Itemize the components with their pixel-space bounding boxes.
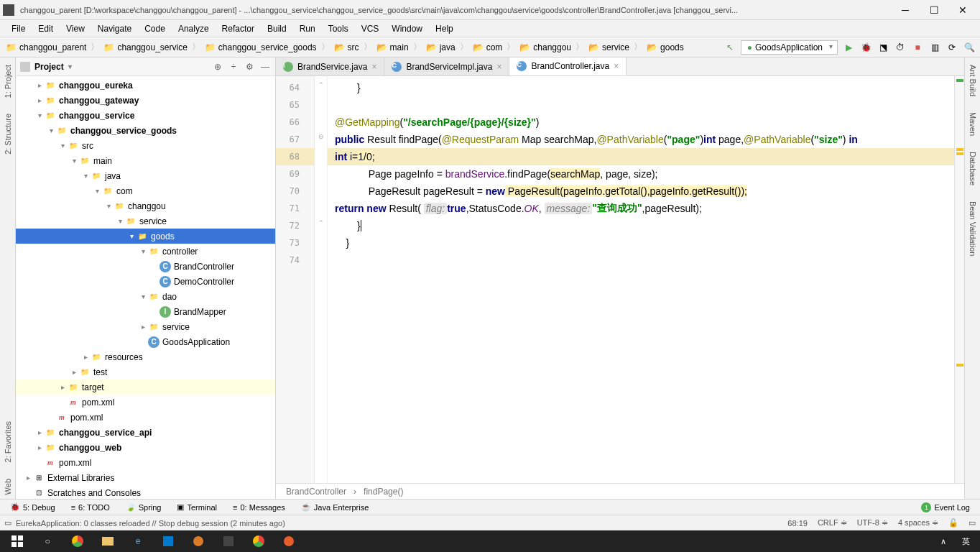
task-explorer[interactable]	[93, 530, 122, 552]
breadcrumb-item[interactable]: 📂 main	[375, 42, 410, 52]
tree-node[interactable]: ▸⊞External Libraries	[16, 470, 275, 485]
line-ending[interactable]: CRLF ≑	[818, 518, 847, 528]
tree-node[interactable]: ▸📁service	[16, 319, 275, 334]
error-stripe[interactable]	[954, 76, 964, 483]
project-title[interactable]: Project ▾	[34, 62, 208, 72]
tree-node[interactable]: ▸📁target	[16, 380, 275, 395]
debug-icon[interactable]: 🐞	[859, 41, 872, 54]
breadcrumb-item[interactable]: 📂 java	[425, 42, 457, 52]
tab-debug[interactable]: 🐞 5: Debug	[3, 501, 63, 513]
breadcrumb-item[interactable]: 📁 changgou_parent	[4, 42, 88, 52]
tree-node[interactable]: ▾📁changgou_service	[16, 108, 275, 123]
close-tab-icon[interactable]: ×	[614, 61, 619, 71]
editor-tab[interactable]: IBrandService.java×	[276, 58, 384, 75]
status-icon[interactable]: ▭	[4, 518, 11, 528]
menu-window[interactable]: Window	[386, 22, 428, 35]
line-gutter[interactable]: 6465666768697071727374	[276, 76, 315, 483]
tree-node[interactable]: CGoodsApplication	[16, 334, 275, 349]
task-edge[interactable]: e	[124, 530, 152, 552]
task-chrome[interactable]	[63, 530, 92, 552]
task-vscode[interactable]	[154, 530, 182, 552]
tree-node[interactable]: ▾📁controller	[16, 244, 275, 259]
tree-node[interactable]: ▾📁com	[16, 183, 275, 198]
settings-icon[interactable]: ⚙	[244, 61, 255, 73]
menu-tools[interactable]: Tools	[323, 22, 354, 35]
tree-node[interactable]: mpom.xml	[16, 395, 275, 410]
tab-java-ee[interactable]: ☕ Java Enterprise	[294, 501, 376, 513]
tree-node[interactable]: ▸📁changgou_web	[16, 440, 275, 455]
tray-up[interactable]: ∧	[933, 537, 953, 546]
stop-icon[interactable]: ■	[911, 41, 924, 54]
menu-build[interactable]: Build	[262, 22, 292, 35]
tree-node[interactable]: ⊡Scratches and Consoles	[16, 485, 275, 499]
crumb-class[interactable]: BrandController	[286, 487, 346, 497]
collapse-icon[interactable]: ÷	[228, 61, 239, 73]
hide-icon[interactable]: —	[259, 61, 271, 73]
lock-icon[interactable]: 🔓	[948, 518, 958, 528]
menu-edit[interactable]: Edit	[32, 22, 59, 35]
task-intellij[interactable]	[214, 530, 243, 552]
menu-refactor[interactable]: Refactor	[216, 22, 260, 35]
breadcrumb-item[interactable]: 📂 goods	[645, 42, 685, 52]
tab-event-log[interactable]: 1 Event Log	[914, 501, 977, 514]
tool-database[interactable]: Database	[967, 147, 979, 190]
maximize-button[interactable]: ☐	[920, 0, 948, 20]
menu-vcs[interactable]: VCS	[356, 22, 385, 35]
tree-node[interactable]: ▸📁test	[16, 364, 275, 380]
close-tab-icon[interactable]: ×	[496, 62, 501, 72]
tree-node[interactable]: ▾📁changgou	[16, 198, 275, 213]
close-button[interactable]: ✕	[948, 0, 977, 20]
breadcrumb-item[interactable]: 📂 src	[333, 42, 361, 52]
editor-tab[interactable]: CBrandServiceImpl.java×	[384, 58, 509, 75]
close-tab-icon[interactable]: ×	[371, 62, 376, 72]
profile-icon[interactable]: ⏱	[894, 41, 907, 54]
tray-ime[interactable]: 英	[955, 536, 977, 547]
tree-node[interactable]: ▾📁main	[16, 153, 275, 168]
breadcrumb-item[interactable]: 📁 changgou_service	[102, 42, 188, 52]
search-icon[interactable]: 🔍	[963, 41, 976, 54]
breadcrumb-item[interactable]: 📂 service	[587, 42, 631, 52]
tree-node[interactable]: IBrandMapper	[16, 304, 275, 319]
tree-node[interactable]: ▾📁dao	[16, 289, 275, 304]
locate-icon[interactable]: ⊕	[212, 61, 223, 73]
tab-terminal[interactable]: ▣ Terminal	[170, 501, 224, 513]
menu-file[interactable]: File	[6, 22, 31, 35]
memory-icon[interactable]: ▭	[969, 518, 976, 528]
tool-web[interactable]: Web	[2, 474, 14, 499]
fold-gutter[interactable]: ⌃⊖⌃	[315, 76, 328, 483]
indent[interactable]: 4 spaces ≑	[898, 518, 938, 528]
tab-messages[interactable]: ≡ 0: Messages	[226, 502, 292, 513]
tree-node[interactable]: ▸📁changgou_eureka	[16, 78, 275, 93]
back-icon[interactable]: ↖	[724, 41, 736, 54]
tree-node[interactable]: ▸📁resources	[16, 349, 275, 364]
crumb-method[interactable]: findPage()	[364, 487, 403, 497]
tree-node[interactable]: mpom.xml	[16, 455, 275, 470]
menu-help[interactable]: Help	[430, 22, 459, 35]
tree-node[interactable]: mpom.xml	[16, 410, 275, 425]
tree-node[interactable]: ▾📁src	[16, 138, 275, 153]
task-app2[interactable]	[274, 530, 303, 552]
tree-node[interactable]: ▾📁service	[16, 213, 275, 229]
breadcrumb-item[interactable]: 📂 changgou	[518, 42, 573, 52]
tool-project[interactable]: 1: Project	[2, 60, 14, 102]
tool-favorites[interactable]: 2: Favorites	[2, 417, 14, 466]
breadcrumb-item[interactable]: 📂 com	[471, 42, 504, 52]
start-button[interactable]	[3, 530, 32, 552]
tree-node[interactable]: ▸📁changgou_gateway	[16, 93, 275, 108]
tool-ant[interactable]: Ant Build	[967, 60, 979, 101]
layout-icon[interactable]: ▥	[928, 41, 941, 54]
tree-node[interactable]: ▾📁java	[16, 168, 275, 183]
tree-node[interactable]: ▾📁goods	[16, 229, 275, 244]
menu-view[interactable]: View	[60, 22, 91, 35]
tool-structure[interactable]: 2: Structure	[2, 109, 14, 159]
menu-code[interactable]: Code	[139, 22, 171, 35]
breadcrumb-item[interactable]: 📁 changgou_service_goods	[203, 42, 318, 52]
tree-node[interactable]: CBrandController	[16, 259, 275, 274]
menu-navigate[interactable]: Navigate	[92, 22, 137, 35]
run-config-selector[interactable]: ●GoodsApplication	[741, 40, 838, 55]
code-area[interactable]: } @GetMapping("/searchPage/{page}/{size}…	[328, 76, 954, 483]
coverage-icon[interactable]: ⬔	[877, 41, 889, 54]
minimize-button[interactable]: ─	[891, 0, 920, 20]
tree-node[interactable]: ▾📁changgou_service_goods	[16, 123, 275, 138]
menu-analyze[interactable]: Analyze	[172, 22, 215, 35]
